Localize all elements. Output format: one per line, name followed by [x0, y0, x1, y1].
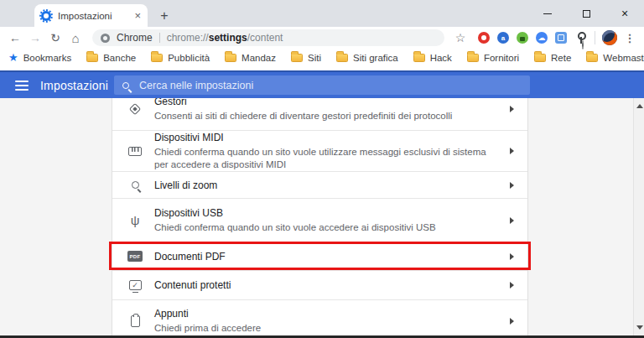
- bookmark-item[interactable]: Hack: [413, 53, 452, 63]
- settings-row[interactable]: Appunti Chiedi prima di accedere: [112, 299, 527, 335]
- browser-tab[interactable]: Impostazioni ×: [34, 4, 148, 27]
- search-placeholder: Cerca nelle impostazioni: [139, 80, 253, 91]
- window-controls: ×: [528, 0, 644, 27]
- chevron-right-icon: [510, 282, 514, 289]
- new-tab-button[interactable]: +: [155, 7, 174, 25]
- row-icon: [127, 147, 143, 156]
- bookmark-label: Mandaz: [242, 53, 276, 63]
- chevron-right-icon: [510, 182, 514, 189]
- bookmark-item[interactable]: Rete: [534, 53, 571, 63]
- red-extension-icon[interactable]: [478, 32, 490, 44]
- bookmark-folder-icon: [86, 54, 98, 62]
- settings-row[interactable]: Gestori Consenti ai siti di chiedere di …: [112, 98, 527, 130]
- bookmark-folder-icon: [336, 54, 348, 62]
- row-text: Gestori Consenti ai siti di chiedere di …: [154, 98, 510, 122]
- row-title: Livelli di zoom: [154, 179, 490, 191]
- hamburger-menu-icon[interactable]: [15, 81, 29, 91]
- settings-row[interactable]: ✓ Contenuti protetti: [112, 270, 527, 299]
- cloud-extension-icon[interactable]: ☁: [536, 32, 548, 44]
- row-title: Gestori: [154, 98, 490, 107]
- omnibox-separator: [159, 33, 160, 43]
- bookmark-folder-icon: [291, 54, 303, 62]
- bookmark-folder-icon: [151, 54, 163, 62]
- url-scheme: chrome://: [167, 32, 209, 44]
- protocol-handler-icon: [129, 103, 141, 115]
- scroll-up-icon[interactable]: [636, 104, 643, 108]
- zoom-icon: [132, 181, 139, 189]
- close-button[interactable]: ×: [605, 0, 644, 27]
- maximize-icon: [583, 10, 590, 18]
- row-text: Contenuti protetti: [154, 279, 510, 291]
- chevron-right-icon: [510, 106, 514, 112]
- bookmark-folder-icon: [225, 54, 236, 62]
- bookmark-folder-icon: [534, 54, 546, 62]
- bookmark-star-icon[interactable]: ☆: [451, 31, 470, 44]
- bookmark-item[interactable]: ★ Bookmarks: [8, 52, 71, 63]
- settings-row[interactable]: ψ Dispositivi USB Chiedi conferma quando…: [112, 198, 527, 242]
- settings-search-input[interactable]: Cerca nelle impostazioni: [114, 75, 530, 95]
- minimize-button[interactable]: [528, 0, 567, 27]
- row-icon: [127, 181, 143, 189]
- usb-icon: ψ: [131, 214, 140, 226]
- chevron-right-icon: [510, 148, 514, 154]
- window-titlebar: Impostazioni × + ×: [0, 0, 644, 27]
- search-icon: [122, 82, 129, 89]
- bookmark-label: Banche: [103, 53, 136, 63]
- bookmark-item[interactable]: Pubblicità: [151, 53, 210, 63]
- scroll-down-icon[interactable]: [636, 325, 643, 330]
- profile-avatar[interactable]: [602, 30, 617, 45]
- bookmark-label: Siti: [308, 53, 321, 63]
- toolbar-divider: [595, 31, 595, 44]
- home-button[interactable]: ⌂: [65, 29, 86, 47]
- bookmark-item[interactable]: Mandaz: [225, 53, 276, 63]
- clipboard-icon: [131, 315, 140, 327]
- row-text: Dispositivi USB Chiedi conferma quando u…: [154, 207, 510, 234]
- row-subtitle: Chiedi conferma quando un sito vuole uti…: [154, 146, 490, 170]
- address-bar[interactable]: Chrome chrome://settings/content: [92, 29, 444, 46]
- url-host: settings: [209, 32, 247, 44]
- bookmark-item[interactable]: Banche: [86, 53, 136, 63]
- settings-row[interactable]: PDF Documenti PDF: [112, 242, 527, 270]
- tab-close-icon[interactable]: ×: [134, 10, 141, 21]
- row-text: Livelli di zoom: [154, 179, 510, 191]
- settings-content: Gestori Consenti ai siti di chiedere di …: [0, 98, 644, 335]
- green-lock-extension-icon[interactable]: [517, 32, 528, 44]
- row-icon: [127, 315, 143, 327]
- tag-extension-icon[interactable]: [555, 32, 567, 44]
- bookmark-label: Rete: [551, 53, 571, 63]
- reload-button[interactable]: ↻: [45, 29, 65, 47]
- settings-row[interactable]: Livelli di zoom: [112, 171, 527, 198]
- forward-button[interactable]: →: [25, 29, 45, 47]
- row-text: Appunti Chiedi prima di accedere: [154, 308, 510, 335]
- settings-gear-favicon: [41, 11, 51, 21]
- chrome-menu-icon[interactable]: ⋮: [624, 32, 636, 44]
- settings-header: Impostazioni Cerca nelle impostazioni: [0, 70, 644, 98]
- row-icon: ψ: [127, 214, 143, 226]
- blue-extension-icon[interactable]: a: [497, 32, 509, 44]
- close-icon: ×: [621, 8, 628, 19]
- bookmark-item[interactable]: Siti grafica: [336, 53, 398, 63]
- bookmark-item[interactable]: Siti: [291, 53, 321, 63]
- bookmark-item[interactable]: Fornitori: [467, 53, 519, 63]
- back-button[interactable]: ←: [5, 29, 25, 47]
- key-extension-icon[interactable]: [574, 32, 586, 44]
- row-subtitle: Chiedi conferma quando un sito vuole acc…: [154, 221, 490, 234]
- page-label: Chrome: [117, 32, 153, 44]
- tab-title: Impostazioni: [58, 11, 131, 21]
- settings-card: Gestori Consenti ai siti di chiedere di …: [112, 98, 528, 335]
- row-title: Contenuti protetti: [154, 279, 490, 291]
- bookmark-item[interactable]: Webmaster: [586, 53, 644, 63]
- minimize-icon: [543, 13, 552, 14]
- settings-row[interactable]: Dispositivi MIDI Chiedi conferma quando …: [112, 130, 527, 171]
- page-scrollbar[interactable]: [633, 98, 644, 335]
- midi-icon: [128, 147, 142, 156]
- extensions-area: a ☁: [478, 32, 586, 44]
- browser-window: Impostazioni × + × ← → ↻ ⌂ Chrome chrome…: [0, 0, 644, 338]
- bookmark-label: Hack: [430, 53, 452, 63]
- maximize-button[interactable]: [567, 0, 605, 27]
- browser-toolbar: ← → ↻ ⌂ Chrome chrome://settings/content…: [0, 27, 644, 49]
- settings-rows: Gestori Consenti ai siti di chiedere di …: [112, 98, 527, 335]
- protected-icon: ✓: [129, 280, 142, 290]
- chevron-right-icon: [510, 253, 514, 260]
- url-path: /content: [247, 32, 283, 44]
